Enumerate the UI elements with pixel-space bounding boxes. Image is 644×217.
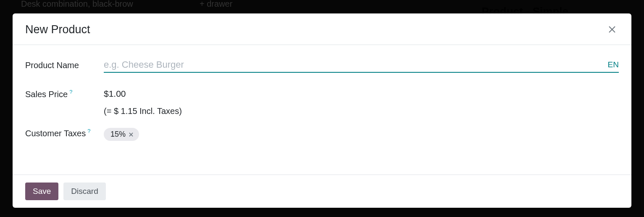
sales-price-value[interactable]: $1.00 (104, 89, 182, 99)
language-badge[interactable]: EN (604, 60, 619, 69)
modal-header: New Product (13, 13, 631, 45)
modal-body: Product Name EN Sales Price? $1.00 (= $ … (13, 45, 631, 175)
save-button[interactable]: Save (25, 183, 58, 200)
modal-title: New Product (25, 23, 90, 36)
customer-taxes-label: Customer Taxes? (25, 128, 104, 138)
product-name-input-wrap: EN (104, 58, 619, 73)
tax-tag-label: 15% (110, 130, 126, 139)
modal-footer: Save Discard (13, 175, 631, 208)
bg-text: Desk combination, black-brow (21, 0, 133, 9)
product-name-input[interactable] (104, 58, 604, 72)
help-icon[interactable]: ? (87, 128, 90, 134)
tax-tag-remove-button[interactable] (128, 132, 134, 138)
bg-text: + drawer (200, 0, 232, 9)
customer-taxes-row: Customer Taxes? 15% (25, 128, 619, 141)
new-product-modal: New Product Product Name EN Sales Price?… (13, 13, 631, 208)
sales-price-row: Sales Price? $1.00 (= $ 1.15 Incl. Taxes… (25, 89, 619, 116)
sales-price-value-wrap: $1.00 (= $ 1.15 Incl. Taxes) (104, 89, 182, 116)
tax-tag: 15% (104, 128, 139, 141)
discard-button[interactable]: Discard (63, 183, 105, 200)
product-name-label: Product Name (25, 61, 104, 70)
sales-price-incl-taxes: (= $ 1.15 Incl. Taxes) (104, 106, 182, 116)
close-icon (128, 132, 134, 138)
product-name-row: Product Name EN (25, 58, 619, 73)
sales-price-label: Sales Price? (25, 89, 104, 99)
customer-taxes-tags[interactable]: 15% (104, 128, 139, 141)
help-icon[interactable]: ? (69, 89, 72, 95)
close-icon (607, 24, 617, 34)
close-button[interactable] (605, 23, 619, 36)
